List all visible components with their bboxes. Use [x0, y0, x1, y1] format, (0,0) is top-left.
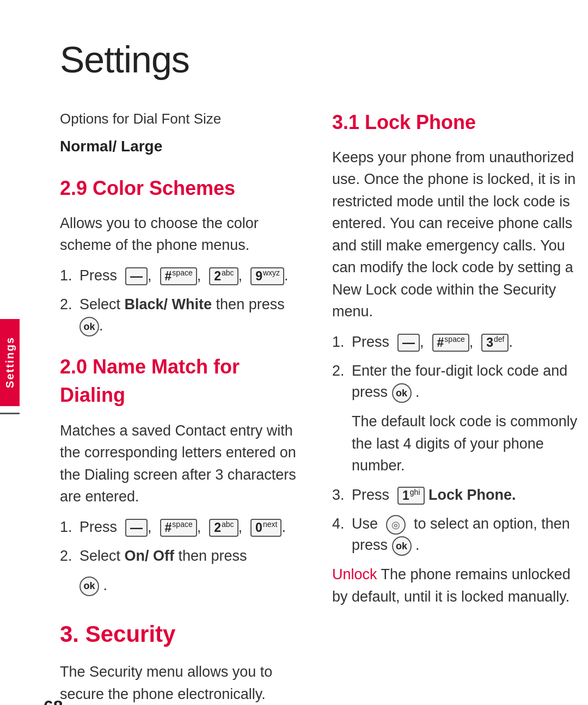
lock-step-num-1: 1.	[332, 332, 348, 353]
key-2abc-2: 2abc	[209, 519, 238, 537]
step-text: Press —, #space, 2abc, 9wxyz.	[79, 265, 289, 286]
color-schemes-description: Allows you to choose the color scheme of…	[60, 212, 299, 256]
security-description: The Security menu allows you to secure t…	[60, 661, 299, 705]
key-hash-2: #space	[160, 519, 197, 537]
unlock-label: Unlock	[332, 566, 377, 583]
ok-button-3: ok	[392, 383, 412, 403]
lock-step-text-1: Press —, #space, 3def.	[352, 332, 513, 353]
lock-step-2: 2. Enter the four-digit lock code and pr…	[332, 360, 583, 403]
key-minus-2: —	[125, 519, 148, 537]
sidebar-tab: Settings	[0, 319, 20, 428]
lock-step-3: 3. Press 1ghi Lock Phone.	[332, 485, 583, 506]
lock-phone-bold: Lock Phone.	[428, 487, 516, 503]
key-minus-3: —	[397, 334, 420, 352]
black-white-label: Black/ White	[125, 296, 212, 312]
lock-step-text-3: Press 1ghi Lock Phone.	[352, 485, 516, 506]
unlock-text: Unlock The phone remains unlocked by def…	[332, 563, 583, 608]
key-3def: 3def	[481, 334, 509, 352]
name-step-num-1: 1.	[60, 517, 76, 538]
ok-button-4: ok	[392, 536, 412, 556]
key-hash-3: #space	[432, 334, 469, 352]
sidebar-label-container: Settings	[0, 319, 20, 406]
security-heading: 3. Security	[60, 618, 299, 651]
lock-phone-heading: 3.1 Lock Phone	[332, 108, 583, 137]
lock-phone-description: Keeps your phone from unauthorized use. …	[332, 146, 583, 323]
main-content: Settings Options for Dial Font Size Norm…	[27, 0, 588, 705]
name-step-num-2: 2.	[60, 545, 76, 567]
name-match-heading: 2.0 Name Match for Dialing	[60, 353, 299, 409]
lock-step-text-2: Enter the four-digit lock code and press…	[352, 360, 583, 403]
right-column: 3.1 Lock Phone Keeps your phone from una…	[332, 108, 583, 705]
on-off-label: On/ Off	[125, 548, 174, 564]
ok-button-2: ok	[79, 577, 99, 596]
lock-step-num-2: 2.	[332, 360, 348, 382]
key-1ghi: 1ghi	[397, 487, 424, 505]
ok-button-1: ok	[79, 317, 99, 336]
dial-font-label: Options for Dial Font Size	[60, 108, 299, 130]
page-title: Settings	[60, 33, 588, 87]
key-9wxyz: 9wxyz	[250, 267, 284, 286]
lock-step-num-4: 4.	[332, 513, 348, 535]
color-step-1: 1. Press —, #space, 2abc, 9wxyz.	[60, 265, 299, 286]
lock-step-text-4: Use ◎ to select an option, then press ok…	[352, 513, 583, 556]
step-num-2: 2.	[60, 294, 76, 315]
two-column-layout: Options for Dial Font Size Normal/ Large…	[60, 108, 583, 705]
key-2abc-1: 2abc	[209, 267, 238, 286]
lock-step-num-3: 3.	[332, 485, 348, 506]
name-step-2: 2. Select On/ Off then press	[60, 545, 299, 567]
name-match-description: Matches a saved Contact entry with the c…	[60, 420, 299, 508]
name-step-text-2: Select On/ Off then press	[79, 545, 247, 567]
step-num: 1.	[60, 265, 76, 286]
dial-font-value: Normal/ Large	[60, 135, 299, 158]
lock-step-4: 4. Use ◎ to select an option, then press…	[332, 513, 583, 556]
nav-circle-icon: ◎	[386, 515, 406, 535]
color-step-2: 2. Select Black/ White then press ok.	[60, 294, 299, 336]
key-hash-1: #space	[160, 267, 197, 286]
lock-step-1: 1. Press —, #space, 3def.	[332, 332, 583, 353]
page-number: 68	[44, 694, 63, 705]
lock-step-2-note: The default lock code is commonly the la…	[352, 410, 583, 477]
name-step-2-ok: ok .	[79, 574, 299, 597]
sidebar-line	[0, 413, 20, 414]
key-0next: 0next	[250, 519, 281, 537]
sidebar-label: Settings	[2, 336, 18, 388]
step-text-2: Select Black/ White then press ok.	[79, 294, 299, 336]
name-step-text-1: Press —, #space, 2abc, 0next.	[79, 517, 286, 538]
name-step-1: 1. Press —, #space, 2abc, 0next.	[60, 517, 299, 538]
left-column: Options for Dial Font Size Normal/ Large…	[60, 108, 299, 705]
key-minus: —	[125, 267, 148, 286]
page-container: Settings Settings Options for Dial Font …	[0, 0, 588, 705]
color-schemes-heading: 2.9 Color Schemes	[60, 174, 299, 203]
